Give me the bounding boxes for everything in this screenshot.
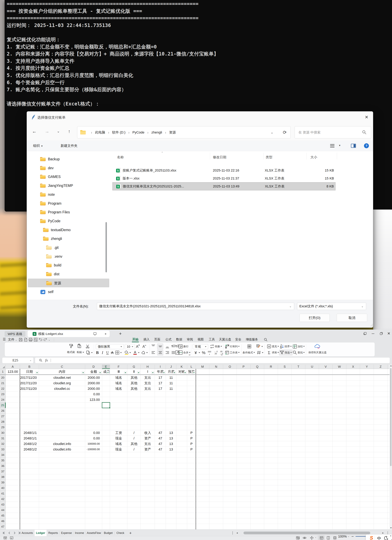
menu-tab-视图[interactable]: 视图 — [195, 337, 206, 342]
row-header-23[interactable]: 23 — [0, 391, 6, 397]
ribbon-button-筛选[interactable]: 筛选 — [279, 350, 293, 355]
alignmid-icon[interactable] — [158, 344, 163, 349]
breadcrumb-item[interactable]: 软件 (D:) — [112, 130, 125, 134]
search-box[interactable]: 在 资源 中搜索 — [295, 126, 371, 138]
breadcrumb-item[interactable]: 资源 — [169, 130, 176, 134]
column-header-O[interactable]: O — [223, 365, 237, 369]
minimize-icon[interactable]: ─ — [370, 330, 376, 337]
page-layout-icon[interactable] — [326, 536, 330, 540]
cell-I30[interactable]: 47 — [155, 430, 166, 436]
cell-G33[interactable]: / — [127, 447, 140, 452]
row-header-43[interactable]: 43 — [0, 502, 6, 507]
row-header-24[interactable]: 24 — [0, 397, 6, 403]
tree-item-Program[interactable]: Program — [28, 199, 109, 208]
sheet-tab-Expense[interactable]: Expense — [60, 530, 73, 536]
name-box-dropdown-icon[interactable]: ⌄ — [29, 358, 32, 363]
cell-J33[interactable]: 13 — [166, 447, 176, 452]
ribbon-button-查找[interactable]: 查找 — [292, 350, 305, 355]
row-header-20[interactable]: 20 — [0, 375, 6, 380]
menu-tab-数据[interactable]: 数据 — [174, 337, 185, 342]
menu-tab-插入[interactable]: 插入 — [141, 337, 152, 342]
ribbon-combo-10[interactable]: 10 — [125, 344, 135, 349]
cell-I21[interactable]: 17 — [155, 380, 166, 386]
ribbon-button-粘贴[interactable]: 粘贴 — [76, 343, 83, 355]
tree-item-PyCode[interactable]: PyCode — [28, 217, 109, 225]
column-header-X[interactable]: X — [346, 365, 360, 369]
ribbon-button-填充[interactable]: 填充 — [266, 344, 279, 349]
dialog-launcher-icon[interactable]: ⇲ — [188, 354, 190, 356]
cell-D31[interactable]: 0.00 — [85, 436, 102, 441]
decdec-icon[interactable]: ←.0.00 — [213, 350, 218, 355]
column-header-G[interactable]: G — [127, 365, 141, 369]
italic-icon[interactable]: I — [100, 350, 105, 355]
cell-D33[interactable]: -100000.00 — [85, 447, 102, 452]
cell-F30[interactable]: 工资 — [110, 430, 127, 436]
fillcolor-icon[interactable] — [124, 350, 129, 355]
cell-H21[interactable]: 支出 — [141, 380, 155, 386]
ribbon-combo-微软雅黑[interactable]: 微软雅黑 — [96, 344, 124, 349]
row-header-1[interactable]: 1 — [0, 369, 6, 375]
cell-F20[interactable]: 域名 — [110, 375, 127, 380]
cell-A1[interactable]: 123.00 — [6, 369, 20, 375]
filetype-dropdown-icon[interactable]: ⌄ — [361, 303, 363, 310]
column-header-Q[interactable]: Q — [250, 365, 264, 369]
breadcrumb-bar[interactable]: ›此电脑›软件 (D:)›PyCode›zhengli›资源 ⌄ ⟳ — [77, 126, 291, 138]
cell-I32[interactable]: 47 — [155, 441, 166, 447]
row-header-46[interactable]: 46 — [0, 518, 6, 524]
macro-record-icon[interactable] — [3, 536, 7, 540]
print-icon[interactable] — [28, 337, 33, 342]
cell-L31[interactable]: P — [187, 436, 196, 441]
new-tab-button[interactable]: + — [118, 331, 123, 337]
sheet-tab-Budget[interactable]: Budget — [102, 530, 115, 536]
cell-C33[interactable]: cloudlet.info — [39, 447, 85, 452]
ribbon-button-冻结[interactable]: 冻结 — [292, 344, 305, 349]
ribbon-button-格式刷[interactable]: 格式刷 — [67, 343, 75, 355]
dropdown-icon[interactable] — [138, 352, 139, 353]
filter-dropdown-L1[interactable] — [192, 371, 195, 374]
ribbon-button-条件格式[interactable]: 条件格式 — [242, 350, 255, 355]
file-row[interactable]: S微信支付账单流水文件(20251021-2025...2025-11-03 1… — [113, 182, 335, 190]
menu-tab-页面[interactable]: 页面 — [152, 337, 163, 342]
comma-icon[interactable]: 000, — [207, 350, 212, 355]
ribbon-search-icon[interactable] — [264, 338, 268, 342]
column-header-L[interactable]: L — [187, 365, 196, 369]
row-header-21[interactable]: 21 — [0, 380, 6, 386]
breadcrumb[interactable]: ›此电脑›软件 (D:)›PyCode›zhengli›资源 — [88, 126, 176, 138]
tree-item-dist[interactable]: dist — [28, 270, 109, 278]
preview-pane-icon[interactable] — [351, 143, 356, 149]
table-tools-icon[interactable] — [296, 536, 300, 540]
row-header-22[interactable]: 22 — [0, 386, 6, 391]
row-header-32[interactable]: 32 — [0, 441, 6, 447]
menu-tab-开始[interactable]: 开始 — [130, 337, 141, 342]
cell-F32[interactable]: 域名 — [110, 441, 127, 447]
column-header-J[interactable]: J — [166, 365, 176, 369]
resize-grip[interactable] — [370, 324, 373, 326]
row-header-28[interactable]: 28 — [0, 419, 6, 425]
pan-mode-icon[interactable] — [310, 536, 314, 540]
currency-icon[interactable]: ¥ — [193, 350, 198, 355]
formula-input[interactable]: fx — [35, 358, 390, 363]
sync-monitor-icon[interactable] — [93, 332, 97, 336]
tree-item-Backup[interactable]: Backup — [28, 155, 109, 163]
hscroll-thumb[interactable] — [244, 532, 370, 534]
exportpdf-icon[interactable] — [23, 337, 28, 342]
filter-dropdown-D1[interactable] — [99, 371, 102, 374]
cell-I31[interactable]: 47 — [155, 436, 166, 441]
filename-input[interactable]: 微信支付账单流水文件(20251021-20251102)_2025110313… — [97, 303, 294, 310]
bold-icon[interactable]: B — [95, 350, 100, 355]
file-list-column-header[interactable]: 修改日期 — [213, 153, 226, 161]
column-header-U[interactable]: U — [305, 365, 319, 369]
column-header-C[interactable]: C — [39, 365, 85, 369]
cell-F21[interactable]: 域名 — [110, 380, 127, 386]
quick-access-dropdown-icon[interactable]: ⌄ — [48, 339, 50, 341]
scroll-down-icon[interactable] — [390, 527, 392, 529]
fontup-icon[interactable]: A — [136, 344, 140, 349]
moon-icon[interactable] — [384, 536, 388, 540]
cell-G30[interactable]: / — [127, 430, 140, 436]
row-header-33[interactable]: 33 — [0, 447, 6, 452]
cell-D20[interactable]: 2000.00 — [85, 375, 102, 380]
cell-J31[interactable]: 13 — [166, 436, 176, 441]
row-header-27[interactable]: 27 — [0, 414, 6, 419]
cell-F22[interactable]: 域名 — [110, 386, 127, 391]
cell-I33[interactable]: 47 — [155, 447, 166, 452]
